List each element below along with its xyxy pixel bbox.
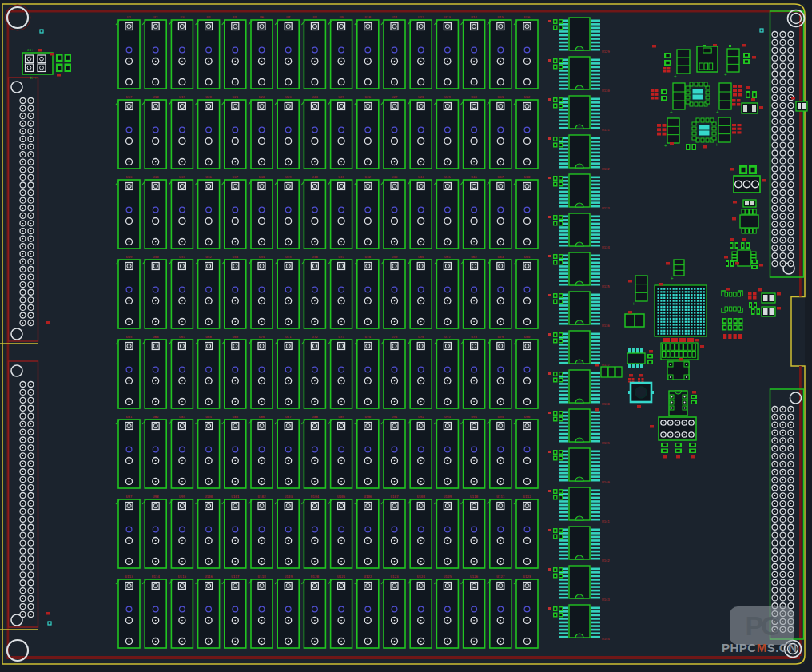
relay-footprint[interactable]: U74 [355,335,379,408]
relay-footprint[interactable]: U46 [461,175,485,249]
relay-footprint[interactable]: U32 [514,95,538,169]
relay-footprint[interactable]: U12 [408,15,432,89]
relay-footprint[interactable]: U44 [408,175,432,249]
relay-footprint[interactable]: U90 [355,415,379,488]
relay-footprint[interactable]: U55 [275,255,299,328]
relay-footprint[interactable]: U105 [328,495,352,568]
relay-footprint[interactable]: U50 [142,255,166,328]
relay-footprint[interactable]: U86 [249,415,273,488]
soic8-footprint[interactable] [740,209,758,233]
relay-footprint[interactable]: U100 [196,495,220,568]
relay-footprint[interactable]: U99 [169,495,193,568]
relay-footprint[interactable]: U97 [116,495,140,568]
terminal-block-footprint[interactable] [734,176,760,193]
relay-footprint[interactable]: U20 [196,95,220,169]
relay-footprint[interactable]: U109 [434,495,458,568]
relay-footprint[interactable]: U106 [355,495,379,568]
relay-footprint[interactable]: U92 [408,415,432,488]
relay-footprint[interactable]: U22 [249,95,273,169]
relay-footprint[interactable]: U62 [461,255,485,328]
qfp-ic-footprint[interactable] [686,82,710,106]
relay-footprint[interactable]: U117 [222,575,246,648]
relay-footprint[interactable]: U120 [301,575,325,648]
relay-footprint[interactable]: U47 [488,175,511,249]
relay-footprint[interactable]: U65 [116,335,140,408]
relay-footprint[interactable]: U77 [434,335,458,408]
relay-footprint[interactable]: U54 [249,255,273,328]
relay-footprint[interactable]: U118 [249,575,273,648]
relay-footprint[interactable]: U115 [169,575,193,648]
relay-footprint[interactable]: U119 [275,575,299,648]
relay-footprint[interactable]: U103 [275,495,299,568]
capacitor-footprint[interactable] [625,314,644,327]
relay-footprint[interactable]: U51 [169,255,193,328]
regulator-footprint[interactable] [697,46,718,72]
relay-footprint[interactable]: U61 [434,255,458,328]
relay-footprint[interactable]: U25 [328,95,352,169]
relay-footprint[interactable]: U16 [514,15,538,89]
relay-footprint[interactable]: U13 [434,15,458,89]
relay-footprint[interactable]: U48 [514,175,538,249]
relay-footprint[interactable]: U40 [301,175,325,249]
relay-footprint[interactable]: U30 [461,95,485,169]
relay-footprint[interactable]: U78 [461,335,485,408]
relay-footprint[interactable]: U84 [196,415,220,488]
relay-footprint[interactable]: U49 [116,255,140,328]
relay-footprint[interactable]: U71 [275,335,299,408]
relay-footprint[interactable]: U63 [488,255,511,328]
relay-footprint[interactable]: U83 [169,415,193,488]
two-pad-footprint[interactable] [762,307,775,316]
relay-footprint[interactable]: U59 [381,255,405,328]
relay-footprint[interactable]: U104 [301,495,325,568]
relay-footprint[interactable]: U116 [196,575,220,648]
relay-footprint[interactable]: U95 [488,415,511,488]
relay-footprint[interactable]: U15 [488,15,511,89]
relay-footprint[interactable]: U93 [434,415,458,488]
relay-footprint[interactable]: U73 [328,335,352,408]
relay-footprint[interactable]: U79 [488,335,511,408]
relay-footprint[interactable]: U76 [408,335,432,408]
oscillator-footprint[interactable] [628,383,654,402]
relay-footprint[interactable]: U110 [461,495,485,568]
relay-footprint[interactable]: U112 [514,495,538,568]
relay-footprint[interactable]: U122 [355,575,379,648]
relay-footprint[interactable]: U31 [488,95,511,169]
relay-footprint[interactable]: U42 [355,175,379,249]
relay-footprint[interactable]: U58 [355,255,379,328]
relay-footprint[interactable]: U113 [116,575,140,648]
relay-footprint[interactable]: U1 [116,15,140,89]
relay-footprint[interactable]: U89 [328,415,352,488]
relay-footprint[interactable]: U39 [275,175,299,249]
soic8-footprint[interactable] [627,348,645,368]
relay-footprint[interactable]: U19 [169,95,193,169]
relay-footprint[interactable]: U85 [222,415,246,488]
relay-footprint[interactable]: U43 [381,175,405,249]
relay-footprint[interactable]: U33 [116,175,140,249]
relay-footprint[interactable]: U26 [355,95,379,169]
relay-footprint[interactable]: U111 [488,495,511,568]
two-pad-footprint[interactable] [762,293,775,303]
relay-footprint[interactable]: U94 [461,415,485,488]
relay-footprint[interactable]: U24 [301,95,325,169]
relay-footprint[interactable]: U35 [169,175,193,249]
relay-footprint[interactable]: U37 [222,175,246,249]
relay-footprint[interactable]: U36 [196,175,220,249]
relay-footprint[interactable]: U21 [222,95,246,169]
dip8-footprint[interactable] [669,391,687,416]
relay-footprint[interactable]: U45 [434,175,458,249]
relay-footprint[interactable]: U7 [275,15,299,89]
relay-footprint[interactable]: U53 [222,255,246,328]
relay-footprint[interactable]: U27 [381,95,405,169]
relay-footprint[interactable]: U56 [301,255,325,328]
relay-footprint[interactable]: U123 [381,575,405,648]
relay-footprint[interactable]: U72 [301,335,325,408]
qfp-ic-footprint[interactable] [692,118,716,142]
relay-footprint[interactable]: U23 [275,95,299,169]
relay-footprint[interactable]: U87 [275,415,299,488]
relay-footprint[interactable]: U60 [408,255,432,328]
relay-footprint[interactable]: U126 [461,575,485,648]
relay-footprint[interactable]: U6 [249,15,273,89]
relay-footprint[interactable]: U28 [408,95,432,169]
relay-footprint[interactable]: U91 [381,415,405,488]
relay-footprint[interactable]: U68 [196,335,220,408]
